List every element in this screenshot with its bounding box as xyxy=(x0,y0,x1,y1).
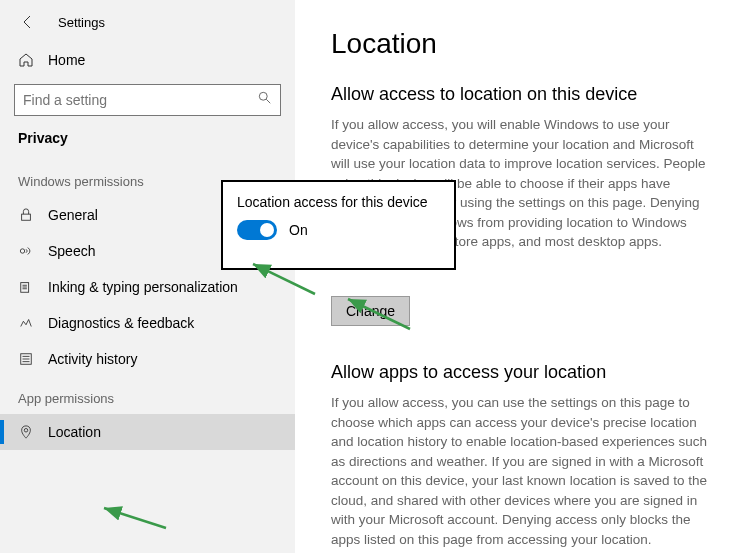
search-icon xyxy=(258,91,272,109)
home-label: Home xyxy=(48,52,85,68)
nav-label: Location xyxy=(48,424,101,440)
section-app-permissions: App permissions xyxy=(0,377,295,414)
popup-title: Location access for this device xyxy=(237,194,440,210)
annotation-arrow-sidebar-location xyxy=(96,504,176,534)
nav-label: Speech xyxy=(48,243,95,259)
svg-line-13 xyxy=(253,264,315,294)
svg-point-3 xyxy=(20,249,24,253)
annotation-arrow-popup xyxy=(245,260,325,300)
sidebar-home[interactable]: Home xyxy=(0,42,295,78)
nav-label: General xyxy=(48,207,98,223)
location-access-popup: Location access for this device On xyxy=(221,180,456,270)
main-content: Location Allow access to location on thi… xyxy=(295,0,750,553)
section-heading-device-access: Allow access to location on this device xyxy=(331,84,714,105)
activity-icon xyxy=(18,352,34,366)
device-location-toggle-label: On xyxy=(289,222,308,238)
nav-label: Activity history xyxy=(48,351,137,367)
inking-icon xyxy=(18,280,34,294)
search-box[interactable] xyxy=(14,84,281,116)
nav-label: Inking & typing personalization xyxy=(48,279,238,295)
svg-rect-2 xyxy=(22,214,31,220)
svg-point-0 xyxy=(259,92,267,100)
speech-icon xyxy=(18,244,34,258)
section-heading-app-access: Allow apps to access your location xyxy=(331,362,714,383)
home-icon xyxy=(18,52,34,68)
lock-icon xyxy=(18,208,34,222)
diagnostics-icon xyxy=(18,316,34,330)
svg-line-15 xyxy=(104,508,166,528)
svg-line-14 xyxy=(348,299,410,329)
annotation-arrow-change xyxy=(340,295,420,335)
sidebar-item-diagnostics[interactable]: Diagnostics & feedback xyxy=(0,305,295,341)
search-input[interactable] xyxy=(23,92,258,108)
svg-line-1 xyxy=(266,99,270,103)
sidebar-item-activity[interactable]: Activity history xyxy=(0,341,295,377)
app-access-description: If you allow access, you can use the set… xyxy=(331,393,714,550)
app-title: Settings xyxy=(58,15,105,30)
location-icon xyxy=(18,425,34,439)
topbar: Settings xyxy=(0,12,295,42)
nav-label: Diagnostics & feedback xyxy=(48,315,194,331)
device-location-toggle[interactable] xyxy=(237,220,277,240)
back-button[interactable] xyxy=(18,12,38,32)
page-title: Location xyxy=(331,28,714,60)
breadcrumb: Privacy xyxy=(0,128,295,160)
device-location-toggle-row: On xyxy=(237,220,440,240)
sidebar-item-location[interactable]: Location xyxy=(0,414,295,450)
svg-point-12 xyxy=(24,429,28,433)
